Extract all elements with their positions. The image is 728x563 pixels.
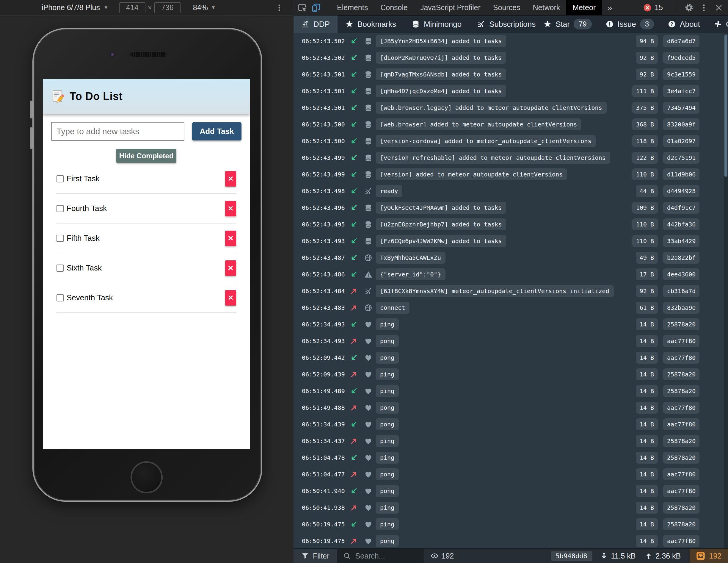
log-row[interactable]: 06:52:34.493ping14 B25878a20 bbox=[294, 316, 728, 333]
log-row[interactable]: 06:50:41.940pong14 Baac77f80 bbox=[294, 483, 728, 499]
log-row[interactable]: 06:51:49.489ping14 B25878a20 bbox=[294, 383, 728, 399]
meteor-link-star[interactable]: Star79 bbox=[543, 19, 591, 29]
task-checkbox[interactable] bbox=[57, 175, 64, 182]
log-row[interactable]: 06:52:43.502[JB5yYnn2HD5XiB634] added to… bbox=[294, 33, 728, 49]
tab-network[interactable]: Network bbox=[527, 0, 567, 15]
log-timestamp: 06:52:43.487 bbox=[302, 254, 347, 261]
close-icon[interactable] bbox=[714, 3, 723, 12]
meteor-link-community[interactable]: Community bbox=[714, 20, 728, 29]
delete-task-button[interactable]: ✕ bbox=[225, 230, 236, 246]
log-row[interactable]: 06:52:43.486{"server_id":"0"}17 B4ee4360… bbox=[294, 266, 728, 283]
log-row[interactable]: 06:52:09.442pong14 Baac77f80 bbox=[294, 349, 728, 366]
log-type bbox=[361, 387, 376, 395]
arrow-in-icon bbox=[350, 203, 358, 212]
outgoing-arrow bbox=[347, 504, 361, 512]
log-row[interactable]: 06:51:49.488pong14 Baac77f80 bbox=[294, 399, 728, 416]
delete-task-button[interactable]: ✕ bbox=[225, 171, 236, 186]
task-checkbox[interactable] bbox=[57, 264, 64, 272]
log-row[interactable]: 06:52:43.483connect61 B832baa9e bbox=[294, 300, 728, 316]
meteor-link-about[interactable]: ?About bbox=[668, 20, 700, 29]
filter-button[interactable]: Filter bbox=[294, 549, 337, 563]
log-type bbox=[361, 471, 376, 479]
log-row[interactable]: 06:51:34.437ping14 B25878a20 bbox=[294, 433, 728, 449]
size-badge: 92 B bbox=[636, 52, 658, 64]
log-row[interactable]: 06:52:43.496[yQCkFsect4JPMAAwm] added to… bbox=[294, 199, 728, 216]
viewport-height-input[interactable] bbox=[154, 2, 181, 13]
log-row[interactable]: 06:52:43.500[version-cordova] added to m… bbox=[294, 133, 728, 149]
filter-label: Filter bbox=[313, 552, 330, 560]
tab-meteor[interactable]: Meteor bbox=[566, 0, 602, 15]
delete-task-button[interactable]: ✕ bbox=[225, 260, 236, 276]
log-row[interactable]: 06:52:43.495[u2znE8pzhrBejhbp7] added to… bbox=[294, 216, 728, 233]
new-task-input[interactable] bbox=[51, 122, 184, 141]
checksum-badge: 25878a20 bbox=[663, 452, 699, 464]
incoming-arrow bbox=[347, 153, 361, 162]
task-checkbox[interactable] bbox=[57, 235, 64, 242]
log-row[interactable]: 06:52:43.501[web.browser.legacy] added t… bbox=[294, 99, 728, 116]
error-counter[interactable]: 15 bbox=[643, 3, 663, 12]
meteor-tab-ddp[interactable]: DDP bbox=[294, 15, 338, 33]
tab-elements[interactable]: Elements bbox=[331, 0, 374, 15]
incoming-arrow bbox=[347, 170, 361, 178]
hide-completed-button[interactable]: Hide Completed bbox=[116, 149, 176, 163]
meteor-link-issue[interactable]: Issue3 bbox=[605, 19, 654, 29]
log-row[interactable]: 06:52:43.493[Fz6CQe6pv4JWW2KMw] added to… bbox=[294, 233, 728, 249]
size-badge: 368 B bbox=[632, 118, 658, 130]
task-checkbox[interactable] bbox=[57, 205, 64, 212]
checksum-badge: aac77f80 bbox=[663, 535, 699, 547]
delete-task-button[interactable]: ✕ bbox=[225, 290, 236, 306]
more-options-icon[interactable] bbox=[275, 4, 283, 12]
log-scrollbar[interactable] bbox=[724, 33, 728, 548]
checksum-badge: aac77f80 bbox=[663, 402, 699, 414]
settings-gear-icon[interactable] bbox=[685, 3, 694, 12]
log-row[interactable]: 06:50:41.938ping14 B25878a20 bbox=[294, 499, 728, 516]
add-task-button[interactable]: Add Task bbox=[192, 122, 241, 140]
devtools-menu-icon[interactable] bbox=[699, 3, 708, 12]
size-badge: 94 B bbox=[636, 35, 658, 47]
log-row[interactable]: 06:52:09.439ping14 B25878a20 bbox=[294, 366, 728, 383]
zoom-select[interactable]: 84% ▼ bbox=[193, 3, 216, 12]
task-checkbox[interactable] bbox=[57, 294, 64, 302]
scrollbar-thumb[interactable] bbox=[724, 34, 727, 177]
log-type bbox=[361, 337, 376, 345]
viewport-width-input[interactable] bbox=[119, 2, 145, 13]
meteor-tab-minimongo[interactable]: Minimongo bbox=[404, 15, 469, 33]
meteor-tab-subscriptions[interactable]: Subscriptions bbox=[469, 15, 543, 33]
log-row[interactable]: 06:52:43.501[qHha4D7jqcDszoMe4] added to… bbox=[294, 83, 728, 99]
incoming-arrow bbox=[347, 137, 361, 145]
tab-sources[interactable]: Sources bbox=[487, 0, 527, 15]
log-row[interactable]: 06:52:43.499[version] added to meteor_au… bbox=[294, 166, 728, 183]
heart-icon bbox=[364, 354, 372, 362]
search-input[interactable] bbox=[355, 551, 418, 561]
inspect-element-icon[interactable] bbox=[298, 3, 307, 12]
log-row[interactable]: 06:52:43.500[web.browser] added to meteo… bbox=[294, 116, 728, 133]
log-row[interactable]: 06:52:43.484[6Jf8CXk8YmnssXY4W] meteor_a… bbox=[294, 283, 728, 300]
log-row[interactable]: 06:51:34.439pong14 Baac77f80 bbox=[294, 416, 728, 433]
buffered-messages-counter[interactable]: 192 bbox=[690, 549, 728, 563]
delete-task-button[interactable]: ✕ bbox=[225, 201, 236, 216]
log-message: [u2znE8pzhrBejhbp7] added to tasks bbox=[376, 218, 506, 230]
device-toolbar-toggle-icon[interactable] bbox=[311, 3, 321, 12]
size-badge: 109 B bbox=[632, 202, 658, 214]
log-row[interactable]: 06:51:04.478ping14 B25878a20 bbox=[294, 449, 728, 466]
log-row[interactable]: 06:51:04.477pong14 Baac77f80 bbox=[294, 466, 728, 483]
meteor-tab-bookmarks[interactable]: Bookmarks bbox=[338, 15, 404, 33]
more-tabs-icon[interactable]: » bbox=[602, 3, 618, 13]
log-message: pong bbox=[376, 418, 399, 430]
log-message: pong bbox=[376, 402, 399, 414]
log-row[interactable]: 06:50:19.475ping14 B25878a20 bbox=[294, 516, 728, 533]
log-row[interactable]: 06:52:43.498ready44 Bd4494928 bbox=[294, 183, 728, 199]
new-task-form: Add Task bbox=[51, 122, 241, 141]
home-button[interactable] bbox=[131, 461, 163, 493]
log-row[interactable]: 06:50:19.475pong14 Baac77f80 bbox=[294, 533, 728, 548]
device-select[interactable]: iPhone 6/7/8 Plus ▼ bbox=[42, 3, 109, 12]
log-row[interactable]: 06:52:34.493pong14 Baac77f80 bbox=[294, 333, 728, 349]
tab-javascript-profiler[interactable]: JavaScript Profiler bbox=[414, 0, 487, 15]
log-row[interactable]: 06:52:43.502[dLooP2KwDruQvQ7ij] added to… bbox=[294, 49, 728, 66]
tab-console[interactable]: Console bbox=[374, 0, 414, 15]
log-row[interactable]: 06:52:43.499[version-refreshable] added … bbox=[294, 149, 728, 166]
log-row[interactable]: 06:52:43.501[qmD7vaqTMxs6ANsdb] added to… bbox=[294, 66, 728, 83]
checksum-badge: b2a822bf bbox=[663, 252, 699, 263]
log-row[interactable]: 06:52:43.487TxByMhhQa5CAWLxZu49 Bb2a822b… bbox=[294, 249, 728, 266]
outgoing-arrow bbox=[347, 537, 361, 545]
